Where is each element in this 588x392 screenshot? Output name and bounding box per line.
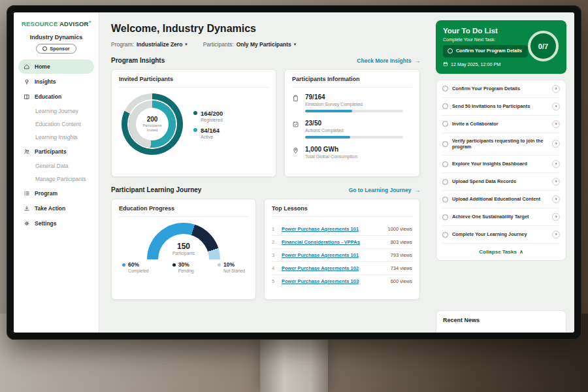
sidebar-item-label: Education Content: [35, 121, 81, 127]
lesson-link[interactable]: Power Purchase Agreements 101: [282, 252, 378, 258]
legend-value: 84/164: [201, 127, 220, 134]
lesson-link[interactable]: Power Purchase Agreements 101: [282, 226, 378, 232]
todo-due-label: 12 May 2025, 12:00 PM: [451, 61, 500, 67]
sidebar-item-learning-journey[interactable]: Learning Journey: [14, 105, 99, 118]
sidebar-item-label: Education: [35, 93, 61, 100]
sidebar-item-education[interactable]: Education: [18, 90, 94, 104]
todo-task-row[interactable]: Send 50 Invitations to Participants ›: [442, 98, 560, 116]
top-lessons-card: Top Lessons 1 Power Purchase Agreements …: [264, 199, 420, 300]
sidebar-item-label: Participants: [35, 148, 67, 155]
task-chevron-button[interactable]: ›: [552, 85, 560, 93]
chevron-right-icon: ›: [555, 141, 557, 146]
task-label: Upload Additional Educational Content: [452, 196, 548, 203]
task-checkbox-icon[interactable]: [442, 161, 448, 167]
progress-track: [305, 110, 403, 112]
task-label: Complete Your Learning Journey: [452, 231, 548, 238]
program-filter-dropdown[interactable]: Program: Industrialize Zero ▾: [111, 41, 188, 48]
todo-task-row[interactable]: Upload Spend Data Records ›: [442, 173, 560, 191]
task-checkbox-icon[interactable]: [442, 179, 448, 185]
sidebar-item-manage-participants[interactable]: Manage Participants: [14, 172, 99, 186]
sidebar-item-insights[interactable]: Insights: [18, 74, 94, 89]
task-checkbox-icon[interactable]: [442, 121, 448, 127]
lesson-row: 5 Power Purchase Agreements 103 600 view…: [272, 275, 412, 287]
stat-label: Total Global Consumption: [305, 154, 357, 159]
go-to-learning-journey-link[interactable]: Go to Learning Journey →: [349, 187, 420, 193]
page-title: Welcome, Industry Dynamics: [111, 23, 420, 35]
todo-summary-card: Your To Do List Complete Your Next Task:…: [436, 20, 566, 74]
sidebar-item-take-action[interactable]: Take Action: [18, 201, 94, 216]
sidebar-item-education-content[interactable]: Education Content: [14, 118, 99, 131]
task-chevron-button[interactable]: ›: [552, 120, 560, 128]
task-checkbox-icon[interactable]: [442, 103, 448, 109]
task-checkbox-icon[interactable]: [442, 197, 448, 203]
sidebar-item-settings[interactable]: Settings: [18, 216, 94, 231]
todo-task-row[interactable]: Invite a Collaborator ›: [442, 116, 560, 133]
task-label: Explore Your Insights Dashboard: [452, 161, 548, 167]
sidebar-item-label: Insights: [35, 78, 56, 85]
sidebar-item-general-data[interactable]: General Data: [14, 159, 99, 172]
lesson-views: 734 views: [382, 265, 412, 271]
collapse-tasks-button[interactable]: Collapse Tasks ∧: [442, 244, 560, 260]
gauge-legend-dot: [122, 263, 125, 267]
gauge-legend: 60% Completed 30% Pending 10% Not Starte…: [119, 261, 248, 273]
participants-information-card: Participants Information 79/164 Emission…: [284, 69, 420, 177]
todo-task-row[interactable]: Explore Your Insights Dashboard ›: [442, 155, 560, 173]
lesson-link[interactable]: Power Purchase Agreements 103: [282, 278, 378, 284]
check-more-insights-link[interactable]: Check More Insights →: [357, 57, 420, 64]
legend-label: Active: [201, 135, 223, 139]
todo-panel: Your To Do List Complete Your Next Task:…: [429, 12, 574, 333]
chevron-right-icon: ›: [555, 86, 557, 91]
todo-next-task[interactable]: Confirm Your Program Details: [443, 45, 528, 57]
task-chevron-button[interactable]: ›: [552, 103, 560, 110]
task-chevron-button[interactable]: ›: [552, 140, 560, 148]
participants-filter-dropdown[interactable]: Participants: Only My Participants ▾: [203, 41, 296, 48]
todo-task-row[interactable]: Confirm Your Program Details ›: [442, 80, 560, 98]
chevron-right-icon: ›: [555, 232, 557, 237]
main-content: Welcome, Industry Dynamics Program: Indu…: [99, 12, 429, 333]
lesson-rank: 1: [272, 226, 277, 232]
action-arrow-icon: [24, 205, 30, 212]
chevron-up-icon: ∧: [519, 249, 523, 255]
sidebar-item-label: Learning Insights: [35, 134, 78, 140]
card-title: Top Lessons: [272, 205, 412, 217]
task-checkbox-icon[interactable]: [442, 86, 448, 91]
sidebar-item-participants[interactable]: Participants: [18, 144, 94, 159]
todo-task-row[interactable]: Verify participants requesting to join t…: [442, 133, 560, 156]
lesson-row: 3 Power Purchase Agreements 101 793 view…: [272, 249, 412, 262]
sponsor-badge: Sponsor: [36, 44, 76, 54]
lesson-views: 1000 views: [382, 226, 412, 232]
invited-participants-card: Invited Participants 200 Participants In…: [111, 69, 276, 177]
sidebar-item-program[interactable]: Program: [18, 186, 94, 201]
lesson-link[interactable]: Financial Considerations - VPPAs: [282, 239, 378, 245]
lesson-rank: 5: [272, 278, 277, 284]
legend-label: Pending: [178, 269, 194, 273]
sidebar-item-home[interactable]: Home: [18, 59, 94, 74]
task-chevron-button[interactable]: ›: [552, 231, 560, 238]
arrow-right-icon: →: [415, 187, 421, 193]
task-chevron-button[interactable]: ›: [552, 195, 560, 203]
learning-journey-header: Participant Learning Journey Go to Learn…: [111, 186, 420, 193]
book-icon: [24, 93, 30, 100]
todo-task-row[interactable]: Upload Additional Educational Content ›: [442, 191, 560, 208]
task-chevron-button[interactable]: ›: [552, 160, 560, 168]
link-label: Check More Insights: [357, 57, 411, 64]
task-checkbox-icon[interactable]: [442, 232, 448, 238]
lightbulb-icon: [24, 78, 30, 85]
chevron-right-icon: ›: [555, 122, 557, 127]
card-title: Participants Information: [292, 76, 412, 88]
task-checkbox-icon[interactable]: [442, 214, 448, 220]
progress-fill: [305, 136, 350, 139]
legend-item: 60% Completed: [122, 261, 148, 273]
gear-icon: [24, 220, 30, 227]
task-chevron-button[interactable]: ›: [552, 213, 560, 221]
chevron-right-icon: ›: [555, 197, 557, 202]
todo-task-row[interactable]: Complete Your Learning Journey ›: [442, 226, 560, 244]
sidebar-item-learning-insights[interactable]: Learning Insights: [14, 131, 99, 144]
org-name: Industry Dynamics: [14, 34, 99, 41]
task-chevron-button[interactable]: ›: [552, 178, 560, 186]
donut-legend-dot: [193, 128, 197, 132]
lesson-link[interactable]: Power Purchase Agreements 102: [282, 265, 378, 271]
todo-task-row[interactable]: Achieve One Sustainability Target ›: [442, 208, 560, 226]
task-checkbox-icon[interactable]: [442, 141, 448, 147]
sponsor-icon: [42, 46, 47, 51]
